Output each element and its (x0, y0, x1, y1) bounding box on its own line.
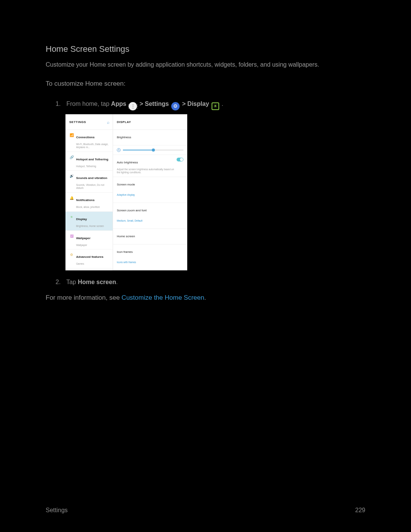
step-2-bold: Home screen (78, 279, 116, 285)
settings-list-item-icon: 🔗 (69, 155, 74, 160)
settings-list-item-title: Hotspot and Tethering (76, 155, 108, 165)
settings-list-item-title: Connections (76, 133, 110, 142)
icon-frames-label: Icon frames (117, 247, 183, 257)
settings-list-item-subtitle: Brightness, Home screen (76, 225, 104, 228)
screen-mode-row: Screen mode Adaptive display (113, 177, 187, 203)
display-icon: ☀ (212, 102, 219, 110)
step-1-period: . (221, 101, 223, 107)
search-icon: ⌕ (107, 117, 110, 127)
more-info-prefix: For more information, see (46, 294, 121, 301)
settings-list-item-subtitle: Sounds, Vibration, Do not disturb (76, 184, 110, 190)
screenshot-left-pane: SETTINGS ⌕ 📶ConnectionsWi-Fi, Bluetooth,… (65, 114, 113, 270)
settings-list-item-title: Display (76, 214, 104, 224)
settings-list-item-title: Advanced features (76, 252, 104, 262)
settings-list-item-title: Notifications (76, 195, 100, 205)
screenshot-right-title: DISPLAY (117, 117, 131, 127)
settings-list-item-subtitle: Wallpaper (76, 244, 91, 247)
step-2-number: 2. (56, 277, 65, 287)
step-2: 2. Tap Home screen. (56, 277, 365, 287)
auto-brightness-row: Auto brightness Adjust the screen bright… (113, 155, 187, 177)
settings-list-item-subtitle: Hotspot, Tethering (76, 165, 108, 168)
settings-icon: ⚙ (171, 102, 180, 110)
settings-list-item-title: Wallpaper (76, 233, 91, 243)
settings-list-item: 🔗Hotspot and TetheringHotspot, Tethering (65, 152, 113, 171)
screenshot-right-header: DISPLAY (113, 114, 187, 130)
step-1-settings: Settings (145, 101, 169, 107)
more-info-suffix: . (204, 294, 206, 301)
settings-list-item: ☀DisplayBrightness, Home screen (65, 212, 113, 231)
intro-text: Customize your Home screen by adding app… (46, 60, 365, 69)
footer-left: Settings (46, 507, 68, 514)
brightness-row: Brightness (113, 130, 187, 145)
sub-intro: To customize Home screen: (46, 80, 365, 88)
step-1: 1. From home, tap Apps ⋮⋮⋮ > Settings ⚙ … (56, 99, 365, 270)
settings-list-item-subtitle: Block, allow, prioritize (76, 206, 100, 209)
settings-list-item-icon: 📶 (69, 133, 74, 137)
settings-list-item-icon: ⚙ (69, 252, 74, 257)
auto-brightness-label: Auto brightness (117, 158, 174, 168)
settings-screenshot: SETTINGS ⌕ 📶ConnectionsWi-Fi, Bluetooth,… (65, 114, 187, 270)
auto-brightness-icon: A (117, 148, 121, 152)
page-title: Home Screen Settings (46, 44, 365, 54)
apps-icon: ⋮⋮⋮ (129, 102, 137, 110)
step-1-number: 1. (56, 99, 65, 109)
settings-list-item-title: Sounds and vibration (76, 173, 110, 183)
step-1-gt2: > (182, 101, 188, 107)
settings-list-item-icon: 🔔 (69, 196, 74, 200)
settings-list-item: 🔔NotificationsBlock, allow, prioritize (65, 193, 113, 212)
step-1-prefix: From home, tap (66, 101, 111, 107)
step-1-gt1: > (140, 101, 145, 107)
icon-frames-row: Icon frames Icons with frames (113, 244, 187, 270)
brightness-slider-row: A (113, 145, 187, 155)
step-1-display: Display (187, 101, 209, 107)
screenshot-left-title: SETTINGS (69, 117, 86, 127)
settings-list-item-subtitle: Wi-Fi, Bluetooth, Data usage, Airplane m… (76, 143, 110, 149)
zoom-font-row: Screen zoom and font Medium, Small, Defa… (113, 203, 187, 229)
settings-list-item: ◯Device maintenanceBattery, Storage, Mem… (65, 268, 113, 270)
settings-list-item: ⚙Advanced featuresGames (65, 249, 113, 268)
more-info-link[interactable]: Customize the Home Screen (121, 294, 204, 301)
home-screen-label: Home screen (117, 232, 183, 241)
footer-page-number: 229 (355, 507, 365, 514)
more-info: For more information, see Customize the … (46, 294, 365, 302)
step-1-apps: Apps (111, 101, 126, 107)
brightness-label: Brightness (117, 133, 183, 142)
brightness-slider (123, 150, 183, 150)
auto-brightness-desc: Adjust the screen brightness automatical… (117, 168, 174, 174)
settings-list-item-icon: 🖼 (69, 234, 74, 238)
settings-list-item: 🖼WallpaperWallpaper (65, 231, 113, 250)
screen-mode-value: Adaptive display (117, 190, 183, 200)
icon-frames-value: Icons with frames (117, 257, 183, 267)
step-2-suffix: . (116, 279, 118, 285)
settings-list-item-icon: ☀ (69, 215, 74, 219)
step-2-prefix: Tap (66, 279, 78, 285)
settings-list-item-icon: 🔊 (69, 174, 74, 178)
settings-list-item-subtitle: Games (76, 262, 104, 265)
screen-mode-label: Screen mode (117, 180, 183, 190)
zoom-font-label: Screen zoom and font (117, 206, 183, 216)
auto-brightness-toggle (177, 158, 183, 161)
zoom-font-value: Medium, Small, Default (117, 216, 183, 226)
settings-list-item: 📶ConnectionsWi-Fi, Bluetooth, Data usage… (65, 130, 113, 152)
screenshot-left-header: SETTINGS ⌕ (65, 114, 113, 130)
settings-list-item: 🔊Sounds and vibrationSounds, Vibration, … (65, 171, 113, 193)
home-screen-row: Home screen (113, 229, 187, 244)
page-footer: Settings 229 (46, 507, 365, 514)
screenshot-right-pane: DISPLAY Brightness A Auto brightness Adj… (113, 114, 187, 270)
